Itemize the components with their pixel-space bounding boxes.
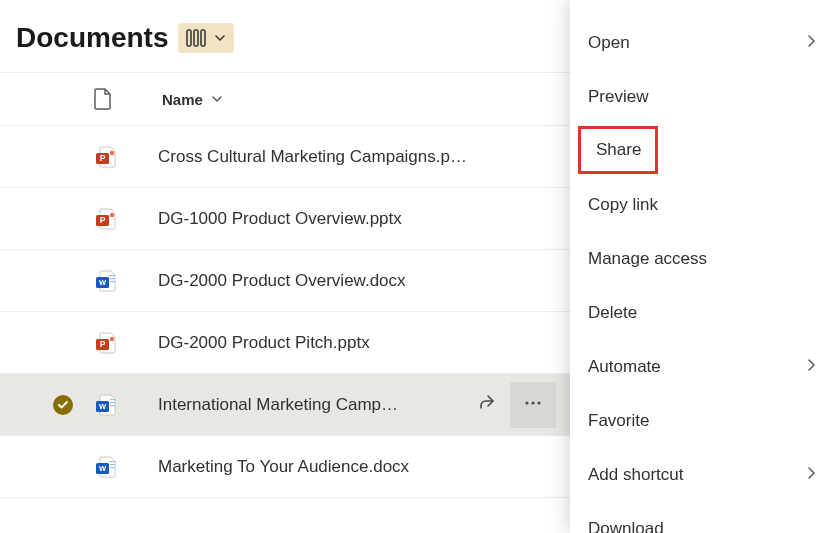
share-button[interactable] <box>464 382 510 428</box>
file-type-icon <box>94 88 116 110</box>
svg-point-22 <box>525 401 528 404</box>
svg-text:P: P <box>100 339 106 349</box>
file-name[interactable]: DG-1000 Product Overview.pptx <box>158 209 402 229</box>
svg-rect-12 <box>110 278 115 279</box>
svg-rect-27 <box>110 461 115 462</box>
context-menu: Open Preview Share Copy link Manage acce… <box>570 0 834 533</box>
svg-point-23 <box>531 401 534 404</box>
menu-preview[interactable]: Preview <box>570 70 834 124</box>
chevron-down-icon <box>214 32 226 44</box>
powerpoint-icon: P <box>94 331 118 355</box>
file-name[interactable]: International Marketing Camp… <box>158 395 398 415</box>
svg-rect-13 <box>110 281 115 282</box>
chevron-down-icon <box>211 91 223 108</box>
svg-point-16 <box>110 336 114 340</box>
svg-rect-28 <box>110 464 115 465</box>
svg-rect-20 <box>110 402 115 403</box>
svg-text:P: P <box>100 153 106 163</box>
name-column-header[interactable]: Name <box>162 91 223 108</box>
file-name[interactable]: Marketing To Your Audience.docx <box>158 457 409 477</box>
menu-favorite-label: Favorite <box>588 411 649 431</box>
powerpoint-icon: P <box>94 145 118 169</box>
menu-delete-label: Delete <box>588 303 637 323</box>
svg-rect-11 <box>110 275 115 276</box>
word-icon: W <box>94 269 118 293</box>
menu-preview-label: Preview <box>588 87 648 107</box>
view-switcher[interactable] <box>178 23 234 53</box>
menu-copy-link[interactable]: Copy link <box>570 178 834 232</box>
svg-rect-19 <box>110 399 115 400</box>
menu-open[interactable]: Open <box>570 16 834 70</box>
menu-add-shortcut[interactable]: Add shortcut <box>570 448 834 502</box>
chevron-right-icon <box>806 465 816 485</box>
menu-manage-access[interactable]: Manage access <box>570 232 834 286</box>
file-name[interactable]: Cross Cultural Marketing Campaigns.pptx <box>158 147 468 167</box>
share-icon <box>477 393 497 416</box>
menu-favorite[interactable]: Favorite <box>570 394 834 448</box>
selected-check-icon[interactable] <box>53 395 73 415</box>
menu-open-label: Open <box>588 33 630 53</box>
row-actions <box>464 382 556 428</box>
svg-point-24 <box>537 401 540 404</box>
svg-rect-0 <box>187 30 191 46</box>
menu-add-shortcut-label: Add shortcut <box>588 465 683 485</box>
menu-share-label: Share <box>596 140 641 160</box>
svg-rect-1 <box>194 30 198 46</box>
powerpoint-icon: P <box>94 207 118 231</box>
menu-delete[interactable]: Delete <box>570 286 834 340</box>
word-icon: W <box>94 393 118 417</box>
menu-automate[interactable]: Automate <box>570 340 834 394</box>
menu-manage-access-label: Manage access <box>588 249 707 269</box>
menu-download[interactable]: Download <box>570 502 834 533</box>
chevron-right-icon <box>806 33 816 53</box>
menu-automate-label: Automate <box>588 357 661 377</box>
svg-rect-29 <box>110 467 115 468</box>
svg-rect-2 <box>201 30 205 46</box>
name-column-label: Name <box>162 91 203 108</box>
page-title: Documents <box>16 22 168 54</box>
menu-download-label: Download <box>588 519 664 533</box>
file-name[interactable]: DG-2000 Product Pitch.pptx <box>158 333 370 353</box>
more-actions-button[interactable] <box>510 382 556 428</box>
svg-text:W: W <box>99 402 107 411</box>
file-name[interactable]: DG-2000 Product Overview.docx <box>158 271 406 291</box>
menu-share[interactable]: Share <box>578 126 658 174</box>
svg-point-5 <box>110 150 114 154</box>
svg-text:P: P <box>100 215 106 225</box>
svg-point-8 <box>110 212 114 216</box>
word-icon: W <box>94 455 118 479</box>
svg-text:W: W <box>99 464 107 473</box>
more-icon <box>523 393 543 416</box>
svg-rect-21 <box>110 405 115 406</box>
menu-copy-link-label: Copy link <box>588 195 658 215</box>
column-view-icon <box>186 29 208 47</box>
chevron-right-icon <box>806 357 816 377</box>
svg-text:W: W <box>99 278 107 287</box>
